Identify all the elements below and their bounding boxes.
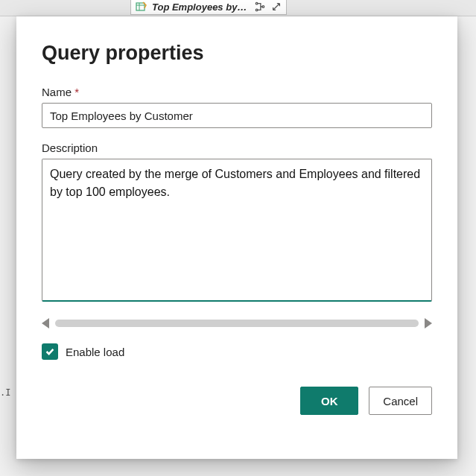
enable-load-label: Enable load [66,346,124,358]
description-textarea[interactable] [42,159,432,302]
scroll-track[interactable] [55,320,419,327]
dialog-button-row: OK Cancel [42,387,432,415]
svg-rect-0 [136,3,145,10]
query-tab[interactable]: Top Employees by… [130,0,287,15]
horizontal-scrollbar[interactable] [42,318,432,329]
dialog-title: Query properties [42,42,432,65]
scroll-left-arrow[interactable] [42,318,49,329]
cancel-button[interactable]: Cancel [369,387,432,415]
query-table-icon [136,1,147,13]
enable-load-checkbox[interactable] [42,343,58,360]
description-field-label: Description [42,142,432,154]
expand-icon[interactable] [271,1,282,12]
name-input[interactable] [42,103,432,128]
required-asterisk: * [74,86,79,98]
query-tab-title: Top Employees by… [152,1,247,13]
background-code-snippet: .I [0,387,10,398]
enable-load-row[interactable]: Enable load [42,343,432,360]
name-label-text: Name [42,86,72,98]
query-properties-dialog: Query properties Name * Description Enab… [16,16,457,459]
branch-icon[interactable] [255,1,265,12]
name-field-label: Name * [42,86,432,98]
scroll-right-arrow[interactable] [425,318,432,329]
ok-button[interactable]: OK [300,387,358,415]
checkmark-icon [45,346,55,357]
